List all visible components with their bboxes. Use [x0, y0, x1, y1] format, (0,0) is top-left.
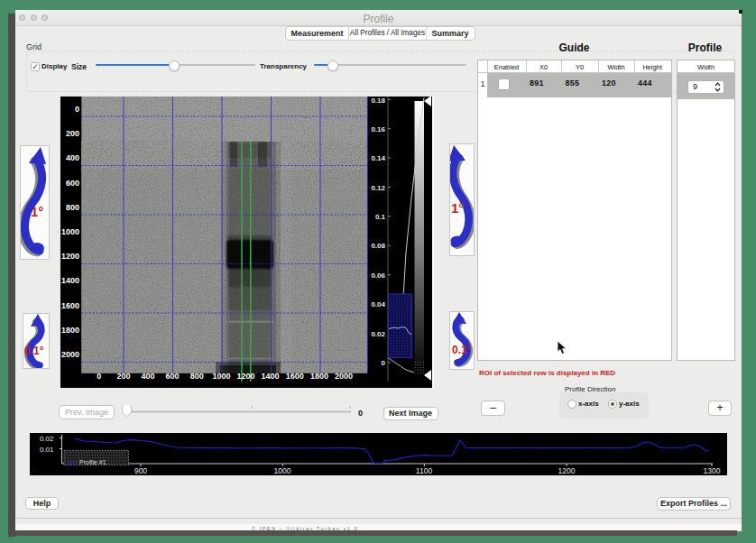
svg-text:1600: 1600	[61, 301, 79, 310]
svg-text:1300: 1300	[704, 466, 721, 475]
svg-text:0.14: 0.14	[371, 154, 385, 162]
svg-text:0.01: 0.01	[40, 446, 54, 454]
svg-text:0.16: 0.16	[371, 125, 385, 133]
svg-text:0.02: 0.02	[40, 435, 54, 443]
svg-text:1600: 1600	[286, 372, 304, 381]
svg-text:0.02: 0.02	[371, 330, 385, 338]
svg-text:1400: 1400	[262, 372, 280, 381]
svg-text:0.1: 0.1	[375, 213, 386, 221]
svg-text:1800: 1800	[310, 372, 328, 381]
svg-text:0.12: 0.12	[371, 184, 385, 192]
svg-text:0.1°: 0.1°	[452, 344, 472, 356]
svg-text:1°: 1°	[451, 200, 464, 216]
svg-text:2000: 2000	[335, 372, 353, 381]
svg-text:600: 600	[166, 372, 180, 381]
svg-text:0.1°: 0.1°	[24, 345, 44, 357]
svg-text:1100: 1100	[416, 466, 433, 475]
svg-text:900: 900	[134, 466, 147, 475]
svg-text:1400: 1400	[61, 276, 79, 285]
svg-text:400: 400	[141, 372, 154, 381]
svg-text:0.18: 0.18	[371, 97, 385, 105]
svg-text:0.08: 0.08	[371, 242, 385, 250]
svg-text:1200: 1200	[236, 372, 254, 381]
svg-text:400: 400	[66, 153, 79, 162]
svg-text:0.06: 0.06	[371, 272, 385, 280]
svg-text:1°: 1°	[31, 204, 43, 219]
svg-text:2000: 2000	[61, 350, 79, 359]
svg-text:1000: 1000	[61, 227, 79, 236]
svg-text:1000: 1000	[212, 372, 230, 381]
svg-text:600: 600	[66, 179, 79, 188]
svg-text:800: 800	[66, 203, 79, 212]
svg-text:0: 0	[75, 105, 79, 114]
svg-text:0.04: 0.04	[371, 300, 385, 308]
svg-text:0: 0	[97, 372, 101, 381]
svg-text:1800: 1800	[61, 326, 79, 335]
svg-text:800: 800	[190, 372, 204, 381]
svg-text:0: 0	[382, 359, 386, 367]
svg-text:1000: 1000	[274, 466, 291, 475]
svg-text:1200: 1200	[61, 252, 79, 261]
svg-text:1200: 1200	[558, 466, 576, 475]
svg-text:200: 200	[116, 372, 130, 381]
svg-text:Profile #1: Profile #1	[79, 459, 106, 465]
svg-text:200: 200	[66, 129, 79, 138]
